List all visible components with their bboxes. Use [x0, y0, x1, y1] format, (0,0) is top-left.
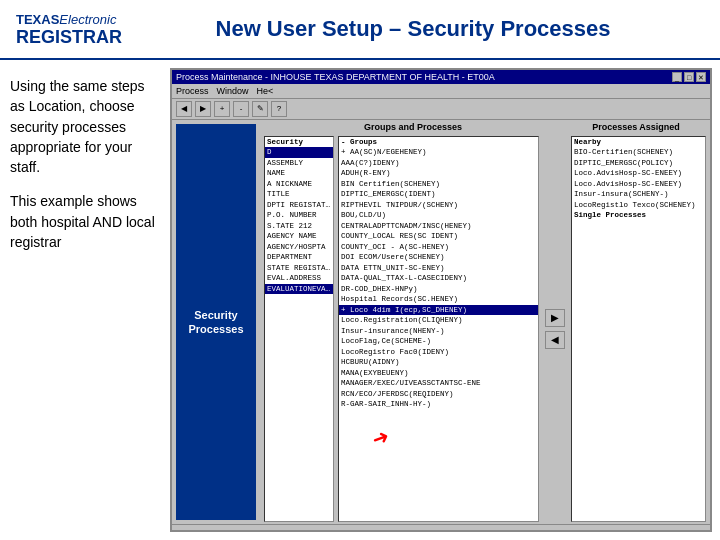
group-item-5[interactable]: DIPTIC_EMERGSC(IDENT) — [339, 189, 538, 200]
group-item-8[interactable]: CENTRALADPTTCNADM/INSC(HENEY) — [339, 221, 538, 232]
close-button[interactable]: ✕ — [696, 72, 706, 82]
group-item-6[interactable]: RIPTHEVIL TNIPDUR/(SCHENY) — [339, 200, 538, 211]
groups-section-label: - Groups — [339, 137, 538, 147]
groups-and-processes-header: Groups and Processes — [264, 122, 562, 132]
screenshot-window: Process Maintenance - INHOUSE TEXAS DEPA… — [170, 68, 712, 532]
group-item-2[interactable]: AAA(C?)IDENY) — [339, 158, 538, 169]
toolbar-btn-2[interactable]: ▶ — [195, 101, 211, 117]
security-item-assembly[interactable]: ASSEMBLY — [265, 158, 333, 169]
menu-process[interactable]: Process — [176, 86, 209, 96]
page-title: New User Setup – Security Processes — [122, 16, 704, 42]
instruction-paragraph-2: This example shows both hospital AND loc… — [10, 191, 160, 252]
menu-help[interactable]: He< — [257, 86, 274, 96]
group-item-insur[interactable]: Insur-insurance(NHENY-) — [339, 326, 538, 337]
group-item-hcburu[interactable]: HCBURU(AIDNY) — [339, 357, 538, 368]
logo-registrar: REGISTRAR — [16, 28, 122, 48]
toolbar-btn-4[interactable]: - — [233, 101, 249, 117]
security-section-label: Security — [265, 137, 333, 147]
move-left-button[interactable]: ◀ — [545, 331, 565, 349]
security-item-dept[interactable]: DEPARTMENT — [265, 252, 333, 263]
header: TEXASElectronic REGISTRAR New User Setup… — [0, 0, 720, 60]
move-right-button[interactable]: ▶ — [545, 309, 565, 327]
assigned-item-locoreg-texco[interactable]: LocoRegistlo Texco(SCHENEY) — [572, 200, 705, 211]
toolbar-btn-1[interactable]: ◀ — [176, 101, 192, 117]
toolbar-btn-3[interactable]: + — [214, 101, 230, 117]
main-content: Using the same steps as Location, choose… — [0, 60, 720, 540]
toolbar: ◀ ▶ + - ✎ ? — [172, 99, 710, 120]
group-item-14[interactable]: DR-COD_DHEX-HNPy) — [339, 284, 538, 295]
menu-window[interactable]: Window — [217, 86, 249, 96]
security-item-nickname[interactable]: A NICKNAME — [265, 179, 333, 190]
security-item-state[interactable]: S.TATE 212 — [265, 221, 333, 232]
group-item-9[interactable]: COUNTY_LOCAL RES(SC IDENT) — [339, 231, 538, 242]
group-item-loco4[interactable]: + Loco 4dim I(ecp,SC_DHENEY) — [339, 305, 538, 316]
group-item-rgar[interactable]: R-GAR-SAIR_INHN-HY-) — [339, 399, 538, 410]
assigned-item-insur-insura[interactable]: Insur-insura(SCHENY-) — [572, 189, 705, 200]
group-item-3[interactable]: ADUH(R-ENY) — [339, 168, 538, 179]
group-item-13[interactable]: DATA-QUAL_TTAX-L-CASECIDENY) — [339, 273, 538, 284]
security-item-agency-hosp[interactable]: AGENCY/HOSPTA — [265, 242, 333, 253]
instruction-paragraph-1: Using the same steps as Location, choose… — [10, 76, 160, 177]
security-item-d[interactable]: D — [265, 147, 333, 158]
processes-assigned-header: Processes Assigned — [566, 122, 706, 132]
group-item-locoreg-fac[interactable]: LocoRegistro Fac0(IDENY) — [339, 347, 538, 358]
assigned-item-loco-advis2[interactable]: Loco.AdvisHosp-SC-ENEEY) — [572, 179, 705, 190]
group-item-locoflag[interactable]: LocoFlag,Ce(SCHEME-) — [339, 336, 538, 347]
window-controls[interactable]: _ □ ✕ — [672, 72, 706, 82]
minimize-button[interactable]: _ — [672, 72, 682, 82]
group-item-rcn[interactable]: RCN/ECO/JFERDSC(REQIDENY) — [339, 389, 538, 400]
toolbar-btn-6[interactable]: ? — [271, 101, 287, 117]
group-item-1[interactable]: + AA(SC)N/EGEHENEY) — [339, 147, 538, 158]
logo-electronic: Electronic — [59, 12, 116, 27]
groups-listbox[interactable]: - Groups + AA(SC)N/EGEHENEY) AAA(C?)IDEN… — [338, 136, 539, 522]
logo-texas: TEXAS — [16, 12, 59, 27]
security-item-name[interactable]: NAME — [265, 168, 333, 179]
logo: TEXASElectronic REGISTRAR — [16, 10, 122, 47]
logo-top-row: TEXASElectronic — [16, 10, 122, 28]
statusbar — [172, 524, 710, 532]
group-item-loco-reg[interactable]: Loco.Registration(CLIQHENY) — [339, 315, 538, 326]
maximize-button[interactable]: □ — [684, 72, 694, 82]
security-item-evaluat[interactable]: EVALUATIONEVALON — [265, 284, 333, 295]
group-item-10[interactable]: COUNTY_OCI - A(SC-HENEY) — [339, 242, 538, 253]
window-titlebar: Process Maintenance - INHOUSE TEXAS DEPA… — [172, 70, 710, 84]
group-item-7[interactable]: BOU,CLD/U) — [339, 210, 538, 221]
security-item-po[interactable]: P.O. NUMBER — [265, 210, 333, 221]
group-item-manager[interactable]: MANAGER/EXEC/UIVEASSCTANTSC-ENE — [339, 378, 538, 389]
window-title: Process Maintenance - INHOUSE TEXAS DEPA… — [176, 72, 495, 82]
group-item-11[interactable]: DOI ECOM/Usere(SCHENEY) — [339, 252, 538, 263]
group-item-15[interactable]: Hospital Records(SC.HENEY) — [339, 294, 538, 305]
security-listbox[interactable]: Security D ASSEMBLY NAME A NICKNAME TITL… — [264, 136, 334, 522]
assigned-item-diptic[interactable]: DIPTIC_EMERGSC(POLICY) — [572, 158, 705, 169]
assigned-section-nearby: Nearby — [572, 137, 705, 147]
group-item-mana[interactable]: MANA(EXYBEUENY) — [339, 368, 538, 379]
assigned-item-bio[interactable]: BIO-Certifien(SCHENEY) — [572, 147, 705, 158]
security-item-eval-addr[interactable]: EVAL.ADDRESS — [265, 273, 333, 284]
group-item-12[interactable]: DATA ETTN_UNIT-SC-ENEY) — [339, 263, 538, 274]
panel-headers: Groups and Processes Processes Assigned — [260, 120, 710, 134]
menubar: Process Window He< — [172, 84, 710, 99]
left-panel: Using the same steps as Location, choose… — [0, 60, 170, 540]
assigned-item-loco-advis1[interactable]: Loco.AdvisHosp-SC-ENEEY) — [572, 168, 705, 179]
security-item-agency-name[interactable]: AGENCY NAME — [265, 231, 333, 242]
security-processes-button[interactable]: Security Processes — [176, 124, 256, 520]
toolbar-btn-5[interactable]: ✎ — [252, 101, 268, 117]
security-item-title[interactable]: TITLE — [265, 189, 333, 200]
assigned-section-single: Single Processes — [572, 210, 705, 220]
security-item-state-reg[interactable]: STATE REGISTATION — [265, 263, 333, 274]
group-item-4[interactable]: BIN Certifien(SCHENEY) — [339, 179, 538, 190]
panels-content: Security D ASSEMBLY NAME A NICKNAME TITL… — [260, 134, 710, 524]
panels-area: Groups and Processes Processes Assigned … — [260, 120, 710, 524]
assigned-listbox[interactable]: Nearby BIO-Certifien(SCHENEY) DIPTIC_EME… — [571, 136, 706, 522]
security-item-dpti[interactable]: DPTI REGISTATION — [265, 200, 333, 211]
arrow-buttons: ▶ ◀ — [543, 136, 567, 522]
inner-content: Security Processes Groups and Processes … — [172, 120, 710, 524]
